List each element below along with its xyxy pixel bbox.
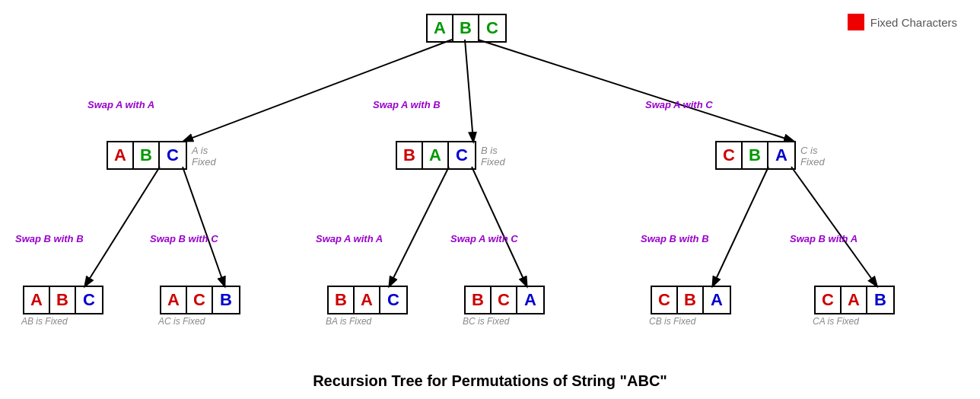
l2n2-cell-A: A xyxy=(355,287,380,313)
l2n0-cell-A: A xyxy=(24,287,50,313)
l2n1-cell-A: A xyxy=(161,287,187,313)
svg-line-0 xyxy=(184,40,452,141)
svg-line-5 xyxy=(390,167,449,286)
level2-node-4: C B A xyxy=(651,286,731,314)
level2-node-1: A C B xyxy=(160,286,240,314)
svg-line-6 xyxy=(472,167,527,286)
l2n4-cell-C: C xyxy=(652,287,678,313)
l2n0-cell-C: C xyxy=(76,287,102,313)
l2n4-cell-A: A xyxy=(704,287,730,313)
l2n5-swap: Swap B with A xyxy=(790,233,858,244)
l2n2-cell-C: C xyxy=(380,287,406,313)
legend: Fixed Characters xyxy=(848,14,957,30)
l2n0-swap: Swap B with B xyxy=(15,233,84,244)
level1-node-2: C B A xyxy=(715,141,796,170)
l1n0-cell-A: A xyxy=(108,142,134,168)
l2n4-cell-B: B xyxy=(678,287,704,313)
l1n1-swap: Swap A with B xyxy=(373,99,441,110)
l2n0-cell-B: B xyxy=(50,287,76,313)
main-container: Fixed Characters A B C A B C A isFixed S… xyxy=(0,0,980,399)
root-cell-A: A xyxy=(428,15,453,41)
root-node: A B C xyxy=(426,14,507,43)
svg-line-8 xyxy=(791,167,877,286)
l2n3-label: BC is Fixed xyxy=(463,316,509,327)
svg-line-3 xyxy=(85,167,160,286)
l1n0-cell-B: B xyxy=(134,142,160,168)
l1n0-cell-C: C xyxy=(160,142,186,168)
l2n1-cell-C: C xyxy=(187,287,213,313)
l2n3-cell-B: B xyxy=(466,287,492,313)
l2n5-cell-B: B xyxy=(867,287,893,313)
svg-line-4 xyxy=(183,167,224,286)
level2-node-5: C A B xyxy=(814,286,895,314)
level1-node-1: B A C xyxy=(396,141,476,170)
l2n2-label: BA is Fixed xyxy=(326,316,371,327)
page-title: Recursion Tree for Permutations of Strin… xyxy=(313,372,667,390)
l2n0-label: AB is Fixed xyxy=(21,316,68,327)
root-cell-C: C xyxy=(479,15,505,41)
l2n3-cell-A: A xyxy=(517,287,543,313)
l2n1-cell-B: B xyxy=(213,287,239,313)
l2n1-swap: Swap B with C xyxy=(150,233,218,244)
l2n5-cell-A: A xyxy=(842,287,867,313)
l1n1-cell-A: A xyxy=(423,142,449,168)
l2n3-cell-C: C xyxy=(492,287,517,313)
l1n2-cell-B: B xyxy=(743,142,768,168)
l1n1-fixed: B isFixed xyxy=(481,145,505,168)
l1n2-cell-A: A xyxy=(768,142,794,168)
root-cell-B: B xyxy=(453,15,479,41)
level2-node-2: B A C xyxy=(327,286,408,314)
svg-line-2 xyxy=(478,40,793,141)
l2n5-cell-C: C xyxy=(816,287,842,313)
level2-node-0: A B C xyxy=(23,286,103,314)
svg-line-1 xyxy=(465,40,473,141)
level1-node-0: A B C xyxy=(107,141,187,170)
l1n2-cell-C: C xyxy=(717,142,743,168)
l2n5-label: CA is Fixed xyxy=(813,316,859,327)
l1n0-fixed: A isFixed xyxy=(192,145,216,168)
l1n2-swap: Swap A with C xyxy=(645,99,713,110)
l1n2-fixed: C isFixed xyxy=(800,145,825,168)
l2n4-label: CB is Fixed xyxy=(649,316,695,327)
l2n2-cell-B: B xyxy=(329,287,355,313)
legend-label: Fixed Characters xyxy=(870,16,957,29)
level2-node-3: B C A xyxy=(464,286,545,314)
l1n1-cell-B: B xyxy=(397,142,423,168)
l2n1-label: AC is Fixed xyxy=(158,316,205,327)
l2n3-swap: Swap A with C xyxy=(450,233,518,244)
l2n4-swap: Swap B with B xyxy=(641,233,709,244)
l2n2-swap: Swap A with A xyxy=(316,233,383,244)
tree-lines xyxy=(0,0,980,399)
l1n0-swap: Swap A with A xyxy=(88,99,154,110)
svg-line-7 xyxy=(713,167,768,286)
legend-color-box xyxy=(848,14,864,30)
l1n1-cell-C: C xyxy=(449,142,475,168)
